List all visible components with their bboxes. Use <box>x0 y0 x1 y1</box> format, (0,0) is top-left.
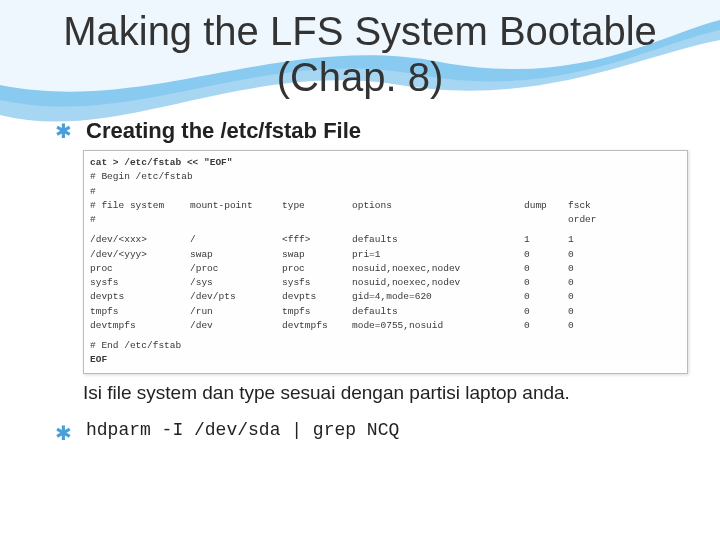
fstab-row: /dev/<yyy>swapswappri=100 <box>90 248 681 262</box>
code-eof: EOF <box>90 354 107 365</box>
code-cat-line: cat > /etc/fstab << "EOF" <box>90 157 233 168</box>
fstab-row: /dev/<xxx>/<fff>defaults11 <box>90 233 681 247</box>
bullet-item-2: ✱ hdparm -I /dev/sda | grep NCQ <box>55 420 680 446</box>
fstab-row: proc/procprocnosuid,noexec,nodev00 <box>90 262 681 276</box>
slide-title: Making the LFS System Bootable (Chap. 8) <box>0 0 720 100</box>
slide-content: ✱ Creating the /etc/fstab File cat > /et… <box>0 100 720 446</box>
fstab-row: tmpfs/runtmpfsdefaults00 <box>90 305 681 319</box>
fstab-row: devpts/dev/ptsdevptsgid=4,mode=62000 <box>90 290 681 304</box>
fstab-row: sysfs/syssysfsnosuid,noexec,nodev00 <box>90 276 681 290</box>
bullet-2-text: hdparm -I /dev/sda | grep NCQ <box>86 420 399 440</box>
title-line1: Making the LFS System Bootable <box>63 9 657 53</box>
title-line2: (Chap. 8) <box>277 55 444 99</box>
bullet-item-1: ✱ Creating the /etc/fstab File <box>55 118 680 144</box>
fstab-row: devtmpfs/devdevtmpfsmode=0755,nosuid00 <box>90 319 681 333</box>
note-text: Isi file system dan type sesuai dengan p… <box>83 382 680 404</box>
code-hash: # <box>90 185 681 199</box>
code-header-row: # file system mount-point type options d… <box>90 199 681 213</box>
code-begin: # Begin /etc/fstab <box>90 170 681 184</box>
fstab-code-block: cat > /etc/fstab << "EOF" # Begin /etc/f… <box>83 150 688 374</box>
code-end: # End /etc/fstab <box>90 339 681 353</box>
star-icon: ✱ <box>55 118 72 144</box>
star-icon: ✱ <box>55 420 72 446</box>
code-header-row2: # order <box>90 213 681 227</box>
bullet-1-text: Creating the /etc/fstab File <box>86 118 361 144</box>
